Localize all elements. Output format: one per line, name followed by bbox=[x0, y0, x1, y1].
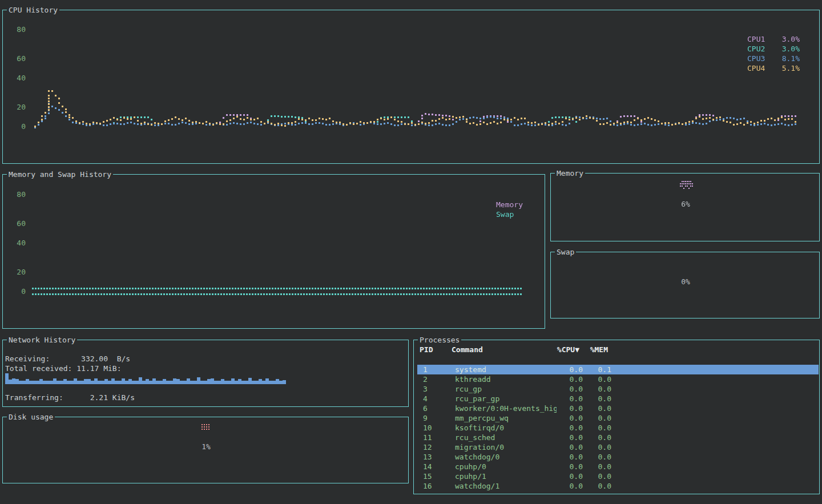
process-cpu: 0.0 bbox=[558, 442, 583, 452]
process-row[interactable]: 6kworker/0:0H-events_high0.00.0 bbox=[417, 404, 819, 413]
process-cpu: 0.0 bbox=[558, 433, 583, 442]
network-transfer-stats: Transferring: 2.21 KiB/s bbox=[5, 393, 135, 402]
cpu-legend-item: CPU23.0% bbox=[747, 44, 800, 54]
process-cmd: migration/0 bbox=[455, 442, 557, 452]
process-cmd: rcu_sched bbox=[455, 433, 557, 442]
process-row[interactable]: 16watchdog/10.00.0 bbox=[417, 481, 819, 491]
process-pid: 10 bbox=[423, 423, 449, 433]
memory-legend-item: Memory bbox=[496, 200, 536, 209]
process-pid: 14 bbox=[423, 462, 449, 471]
cpu-legend: CPU13.0%CPU23.0%CPU38.1%CPU45.1% bbox=[747, 34, 800, 73]
process-row[interactable]: 14cpuhp/00.00.0 bbox=[417, 462, 819, 471]
process-cpu: 0.0 bbox=[558, 481, 583, 491]
process-row[interactable]: 3rcu_gp0.00.0 bbox=[417, 384, 819, 394]
process-row[interactable]: 12migration/00.00.0 bbox=[417, 442, 819, 452]
process-row[interactable]: 15cpuhp/10.00.0 bbox=[417, 471, 819, 481]
memory-swap-history-title: Memory and Swap History bbox=[7, 170, 113, 179]
swap-percent-label: 0% bbox=[665, 277, 706, 286]
cpu-legend-item: CPU45.1% bbox=[747, 63, 800, 73]
header-cpu-sort[interactable]: %CPU▼ bbox=[554, 345, 579, 354]
process-cmd: watchdog/1 bbox=[455, 481, 557, 491]
process-mem: 0.0 bbox=[589, 471, 611, 481]
process-mem: 0.0 bbox=[589, 481, 611, 491]
process-cmd: mm_percpu_wq bbox=[455, 413, 557, 423]
process-cpu: 0.0 bbox=[558, 462, 583, 471]
process-mem: 0.0 bbox=[589, 384, 611, 394]
process-row[interactable]: 10ksoftirqd/00.00.0 bbox=[417, 423, 819, 433]
process-pid: 2 bbox=[423, 374, 449, 384]
network-history-panel: Network History Receiving: 332.00 B/s To… bbox=[2, 340, 409, 407]
process-cmd: rcu_par_gp bbox=[455, 394, 557, 404]
process-cpu: 0.0 bbox=[558, 404, 583, 413]
y-tick-label: 40 bbox=[11, 239, 26, 247]
process-cmd: rcu_gp bbox=[455, 384, 557, 394]
processes-title: Processes bbox=[418, 336, 461, 344]
process-pid: 4 bbox=[423, 394, 449, 404]
memory-gauge-dots bbox=[680, 181, 694, 190]
memory-swap-history-panel: Memory and Swap History 806040200 Memory… bbox=[2, 174, 545, 329]
y-tick-label: 0 bbox=[11, 288, 26, 296]
network-receive-sparkline bbox=[5, 372, 287, 384]
process-cpu: 0.0 bbox=[558, 365, 583, 374]
cpu-legend-item: CPU38.1% bbox=[747, 54, 800, 63]
disk-percent-label: 1% bbox=[186, 442, 227, 451]
process-pid: 13 bbox=[423, 452, 449, 462]
y-tick-label: 20 bbox=[11, 268, 26, 276]
process-pid: 6 bbox=[423, 404, 449, 413]
process-cpu: 0.0 bbox=[558, 423, 583, 433]
cpu-history-chart bbox=[29, 17, 800, 160]
header-pid[interactable]: PID bbox=[420, 345, 433, 354]
process-row[interactable]: 2kthreadd0.00.0 bbox=[417, 374, 819, 384]
swap-gauge-panel: Swap 0% bbox=[550, 252, 820, 318]
process-row[interactable]: 4rcu_par_gp0.00.0 bbox=[417, 394, 819, 404]
process-mem: 0.0 bbox=[589, 442, 611, 452]
process-cpu: 0.0 bbox=[558, 384, 583, 394]
process-mem: 0.1 bbox=[589, 365, 611, 374]
memory-percent-label: 6% bbox=[665, 200, 706, 208]
process-cmd: systemd bbox=[455, 365, 557, 374]
disk-usage-title: Disk usage bbox=[7, 413, 55, 421]
process-pid: 11 bbox=[423, 433, 449, 442]
memory-legend-item: Swap bbox=[496, 209, 536, 219]
process-cmd: ksoftirqd/0 bbox=[455, 423, 557, 433]
process-row[interactable]: 13watchdog/00.00.0 bbox=[417, 452, 819, 462]
memory-swap-history-chart bbox=[29, 182, 537, 324]
y-tick-label: 60 bbox=[11, 220, 26, 228]
process-cpu: 0.0 bbox=[558, 394, 583, 404]
process-cmd: kworker/0:0H-events_high bbox=[455, 404, 557, 413]
header-command[interactable]: Command bbox=[452, 345, 483, 354]
y-tick-label: 80 bbox=[11, 191, 26, 199]
cpu-legend-item: CPU13.0% bbox=[747, 34, 800, 44]
y-tick-label: 40 bbox=[11, 74, 26, 82]
process-cpu: 0.0 bbox=[558, 413, 583, 423]
process-pid: 3 bbox=[423, 384, 449, 394]
swap-gauge-title: Swap bbox=[555, 248, 576, 256]
disk-gauge-dots bbox=[202, 424, 211, 431]
process-mem: 0.0 bbox=[589, 433, 611, 442]
process-cmd: cpuhp/1 bbox=[455, 471, 557, 481]
process-row[interactable]: 11rcu_sched0.00.0 bbox=[417, 433, 819, 442]
process-mem: 0.0 bbox=[589, 394, 611, 404]
y-tick-label: 20 bbox=[11, 103, 26, 111]
processes-table-header: PID Command %CPU▼ %MEM bbox=[414, 345, 819, 355]
processes-panel: Processes PID Command %CPU▼ %MEM 1system… bbox=[413, 340, 820, 494]
network-history-title: Network History bbox=[7, 336, 77, 344]
header-mem[interactable]: %MEM bbox=[585, 345, 608, 354]
memory-swap-legend: MemorySwap bbox=[496, 200, 536, 219]
process-pid: 12 bbox=[423, 442, 449, 452]
process-cmd: kthreadd bbox=[455, 374, 557, 384]
system-monitor-app: CPU History 806040200 CPU13.0%CPU23.0%CP… bbox=[0, 0, 822, 504]
process-pid: 9 bbox=[423, 413, 449, 423]
process-cpu: 0.0 bbox=[558, 471, 583, 481]
process-pid: 1 bbox=[423, 365, 449, 374]
process-row[interactable]: 1systemd0.00.1 bbox=[417, 365, 819, 374]
process-mem: 0.0 bbox=[589, 404, 611, 413]
process-pid: 15 bbox=[423, 471, 449, 481]
network-total-received-line: Total received: 11.17 MiB: bbox=[5, 364, 122, 373]
network-receive-stats: Receiving: 332.00 B/s Total received: 11… bbox=[5, 354, 130, 373]
memory-gauge-panel: Memory 6% bbox=[550, 173, 820, 241]
process-row[interactable]: 9mm_percpu_wq0.00.0 bbox=[417, 413, 819, 423]
y-tick-label: 60 bbox=[11, 55, 26, 63]
process-cmd: cpuhp/0 bbox=[455, 462, 557, 471]
cpu-history-panel: CPU History 806040200 CPU13.0%CPU23.0%CP… bbox=[2, 10, 820, 164]
